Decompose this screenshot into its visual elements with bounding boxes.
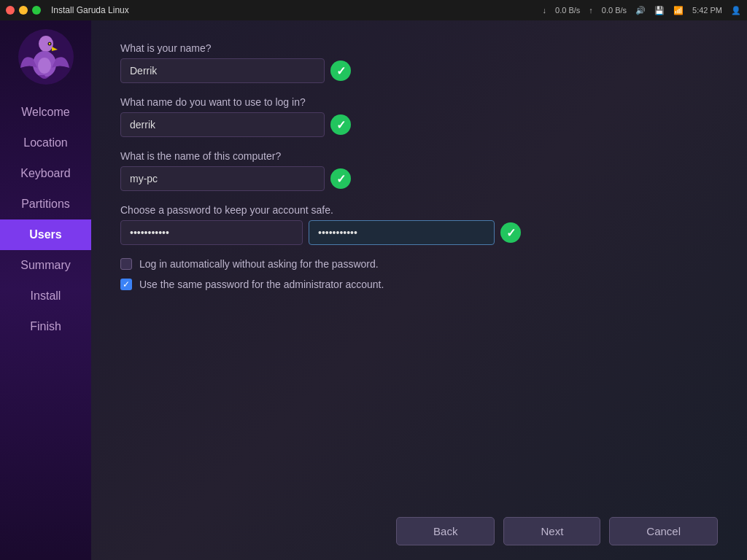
name-input[interactable] bbox=[120, 58, 325, 83]
main-content: What is your name? ✓ What name do you wa… bbox=[91, 20, 747, 560]
login-input[interactable] bbox=[120, 112, 325, 137]
password-confirm-input[interactable] bbox=[309, 220, 495, 245]
titlebar-controls: Install Garuda Linux bbox=[6, 5, 129, 15]
sidebar: Welcome Location Keyboard Partitions Use… bbox=[0, 20, 91, 560]
cancel-button[interactable]: Cancel bbox=[609, 517, 718, 545]
login-group: What name do you want to use to log in? … bbox=[120, 96, 718, 137]
close-button[interactable] bbox=[6, 6, 15, 15]
login-input-row: ✓ bbox=[120, 112, 718, 137]
net-down-icon: ↓ bbox=[543, 6, 547, 15]
same-password-row[interactable]: ✓ Use the same password for the administ… bbox=[120, 279, 718, 290]
name-label: What is your name? bbox=[120, 42, 718, 54]
login-valid-icon: ✓ bbox=[330, 114, 351, 135]
computer-valid-icon: ✓ bbox=[330, 168, 351, 189]
sidebar-item-welcome[interactable]: Welcome bbox=[0, 97, 91, 128]
network-icon: 📶 bbox=[673, 6, 684, 15]
net-up-value: 0.0 B/s bbox=[602, 6, 627, 15]
same-password-label: Use the same password for the administra… bbox=[139, 279, 384, 290]
titlebar-title: Install Garuda Linux bbox=[51, 5, 129, 15]
sidebar-nav: Welcome Location Keyboard Partitions Use… bbox=[0, 97, 91, 342]
autologin-checkbox[interactable] bbox=[120, 258, 132, 270]
sidebar-item-location[interactable]: Location bbox=[0, 128, 91, 158]
autologin-label: Log in automatically without asking for … bbox=[139, 258, 379, 270]
sidebar-item-users[interactable]: Users bbox=[0, 219, 91, 250]
sidebar-item-install[interactable]: Install bbox=[0, 281, 91, 311]
titlebar: Install Garuda Linux ↓ 0.0 B/s ↑ 0.0 B/s… bbox=[0, 0, 747, 20]
password-valid-icon: ✓ bbox=[500, 222, 521, 243]
next-button[interactable]: Next bbox=[503, 517, 600, 545]
name-valid-icon: ✓ bbox=[330, 61, 351, 81]
minimize-button[interactable] bbox=[19, 6, 28, 15]
users-form: What is your name? ✓ What name do you wa… bbox=[120, 42, 718, 502]
sidebar-item-keyboard[interactable]: Keyboard bbox=[0, 158, 91, 189]
password-input[interactable] bbox=[120, 220, 303, 245]
name-input-row: ✓ bbox=[120, 58, 718, 83]
volume-icon: 🔊 bbox=[635, 6, 646, 15]
app-container: Welcome Location Keyboard Partitions Use… bbox=[0, 20, 747, 560]
maximize-button[interactable] bbox=[32, 6, 41, 15]
back-button[interactable]: Back bbox=[396, 517, 495, 545]
password-label: Choose a password to keep your account s… bbox=[120, 204, 718, 216]
computer-label: What is the name of this computer? bbox=[120, 150, 718, 162]
user-icon: 👤 bbox=[731, 6, 741, 15]
computer-input-row: ✓ bbox=[120, 166, 718, 191]
net-down-value: 0.0 B/s bbox=[555, 6, 580, 15]
same-password-checkbox[interactable]: ✓ bbox=[120, 279, 132, 290]
computer-input[interactable] bbox=[120, 166, 325, 191]
hdd-icon: 💾 bbox=[654, 6, 665, 15]
app-logo bbox=[17, 28, 75, 86]
computer-group: What is the name of this computer? ✓ bbox=[120, 150, 718, 191]
sidebar-item-summary[interactable]: Summary bbox=[0, 250, 91, 281]
svg-point-4 bbox=[48, 43, 50, 44]
name-group: What is your name? ✓ bbox=[120, 42, 718, 83]
sidebar-item-partitions[interactable]: Partitions bbox=[0, 189, 91, 219]
password-group: Choose a password to keep your account s… bbox=[120, 204, 718, 245]
password-input-row: ✓ bbox=[120, 220, 718, 245]
svg-point-6 bbox=[38, 58, 51, 74]
net-up-icon: ↑ bbox=[589, 6, 593, 15]
sidebar-item-finish[interactable]: Finish bbox=[0, 311, 91, 342]
titlebar-status: ↓ 0.0 B/s ↑ 0.0 B/s 🔊 💾 📶 5:42 PM 👤 bbox=[543, 6, 741, 15]
footer-buttons: Back Next Cancel bbox=[120, 502, 718, 545]
login-label: What name do you want to use to log in? bbox=[120, 96, 718, 108]
autologin-row[interactable]: Log in automatically without asking for … bbox=[120, 258, 718, 270]
clock: 5:42 PM bbox=[692, 6, 722, 15]
